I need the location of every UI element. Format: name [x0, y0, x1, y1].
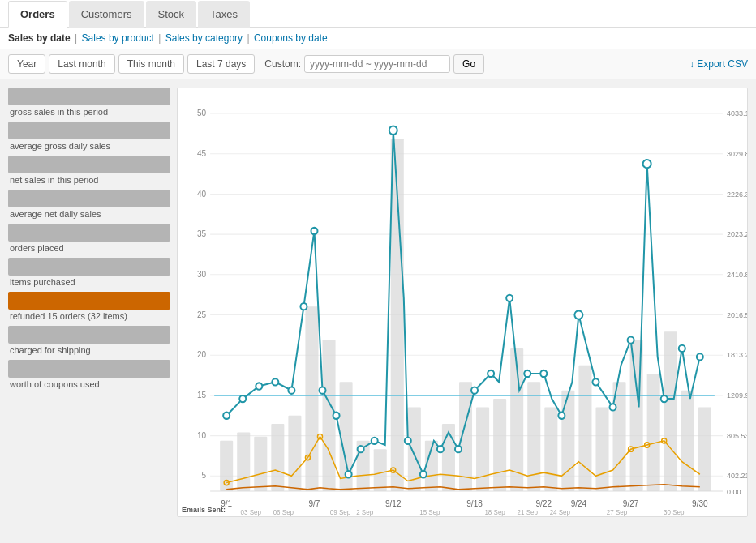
sidebar-item-shipping: charged for shipping: [8, 326, 170, 358]
svg-rect-42: [374, 449, 387, 491]
svg-point-90: [524, 370, 530, 377]
svg-text:5: 5: [202, 471, 207, 480]
svg-rect-60: [681, 391, 694, 491]
svg-text:06 Sep: 06 Sep: [273, 509, 294, 516]
svg-rect-37: [288, 416, 301, 491]
period-this-month-btn[interactable]: This month: [118, 54, 184, 74]
svg-point-71: [239, 395, 246, 402]
svg-text:50: 50: [197, 109, 206, 118]
svg-text:2016.57: 2016.57: [727, 311, 747, 319]
period-year-btn[interactable]: Year: [8, 54, 45, 74]
svg-text:2023.20: 2023.20: [727, 230, 747, 238]
sidebar-label-net-sales: net sales in this period: [8, 175, 170, 188]
svg-text:10: 10: [197, 431, 206, 440]
svg-text:9/27: 9/27: [623, 498, 639, 507]
top-nav: Orders Customers Stock Taxes: [0, 0, 756, 28]
sidebar-bar-items: [8, 258, 170, 276]
svg-point-98: [661, 395, 668, 402]
svg-point-86: [455, 446, 462, 452]
sidebar-label-shipping: charged for shipping: [8, 345, 170, 358]
svg-rect-48: [476, 407, 489, 491]
svg-point-73: [272, 378, 278, 385]
sidebar-item-orders: orders placed: [8, 224, 170, 256]
sublink-coupons-by-date[interactable]: Coupons by date: [254, 32, 328, 44]
svg-point-95: [610, 404, 616, 410]
sidebar-bar-shipping: [8, 326, 170, 344]
svg-point-81: [372, 438, 378, 444]
svg-text:30 Sep: 30 Sep: [664, 509, 685, 516]
svg-text:24 Sep: 24 Sep: [550, 509, 571, 516]
svg-point-72: [256, 383, 262, 389]
sidebar-item-avg-gross: average gross daily sales: [8, 122, 170, 154]
period-last-month-btn[interactable]: Last month: [49, 54, 114, 74]
svg-point-70: [223, 413, 230, 419]
svg-text:3029.83: 3029.83: [727, 150, 747, 158]
svg-text:2 Sep: 2 Sep: [356, 509, 373, 516]
svg-point-75: [300, 303, 307, 310]
svg-text:9/12: 9/12: [385, 498, 402, 507]
svg-text:2410.88: 2410.88: [727, 271, 747, 279]
svg-text:30: 30: [197, 270, 206, 279]
sub-links: Sales by date | Sales by product | Sales…: [0, 28, 756, 49]
sidebar-label-items: items purchased: [8, 277, 170, 290]
svg-text:09 Sep: 09 Sep: [330, 509, 351, 516]
svg-point-80: [358, 446, 364, 452]
svg-point-74: [288, 387, 294, 394]
svg-text:1813.26: 1813.26: [727, 351, 747, 359]
svg-point-77: [319, 387, 325, 394]
svg-text:9/22: 9/22: [536, 498, 552, 507]
sublink-sales-by-category[interactable]: Sales by category: [165, 32, 243, 44]
svg-point-88: [488, 370, 494, 377]
sidebar-label-orders: orders placed: [8, 243, 170, 256]
svg-rect-49: [493, 399, 506, 491]
sublink-sales-by-date[interactable]: Sales by date: [8, 32, 71, 44]
svg-text:27 Sep: 27 Sep: [607, 509, 628, 516]
svg-rect-58: [647, 374, 660, 491]
svg-point-76: [311, 228, 317, 234]
svg-text:805.53: 805.53: [727, 432, 747, 440]
svg-rect-52: [544, 407, 557, 491]
svg-text:03 Sep: 03 Sep: [241, 509, 262, 516]
svg-rect-33: [220, 441, 233, 491]
tab-taxes[interactable]: Taxes: [198, 1, 250, 28]
toolbar: Year Last month This month Last 7 days C…: [0, 49, 756, 79]
sidebar-label-refunded: refunded 15 orders (32 items): [8, 311, 170, 324]
tab-stock[interactable]: Stock: [146, 1, 197, 28]
sidebar-item-gross-sales: gross sales in this period: [8, 88, 170, 120]
tab-orders[interactable]: Orders: [8, 1, 67, 28]
svg-rect-54: [578, 366, 591, 491]
sidebar-label-gross-sales: gross sales in this period: [8, 107, 170, 120]
svg-rect-53: [561, 391, 574, 491]
svg-text:15 Sep: 15 Sep: [419, 509, 440, 516]
main-chart-svg: 50 45 40 35 30 25 20 15 10 5 4033.14 302…: [178, 88, 747, 516]
custom-date-input[interactable]: [304, 55, 450, 73]
period-last7-btn[interactable]: Last 7 days: [187, 54, 255, 74]
svg-point-78: [333, 413, 340, 419]
svg-text:402.21: 402.21: [727, 472, 747, 480]
sidebar-item-refunded: refunded 15 orders (32 items): [8, 292, 170, 324]
svg-rect-38: [305, 306, 318, 491]
svg-point-97: [643, 160, 651, 168]
svg-point-94: [592, 378, 599, 385]
svg-text:35: 35: [197, 229, 206, 238]
svg-point-91: [540, 370, 547, 377]
sidebar-bar-avg-net: [8, 190, 170, 207]
go-button[interactable]: Go: [453, 54, 484, 74]
sidebar-bar-coupons: [8, 360, 170, 378]
sidebar-bar-refunded: [8, 292, 170, 310]
svg-text:9/24: 9/24: [571, 498, 587, 507]
svg-text:2226.31: 2226.31: [727, 190, 747, 198]
svg-rect-34: [237, 432, 250, 490]
sublink-sales-by-product[interactable]: Sales by product: [82, 32, 154, 44]
svg-rect-36: [271, 424, 284, 491]
svg-point-83: [405, 438, 411, 444]
export-csv-link[interactable]: ↓ Export CSV: [689, 58, 748, 70]
svg-point-93: [574, 310, 582, 319]
svg-text:18 Sep: 18 Sep: [484, 509, 505, 516]
custom-label: Custom:: [264, 58, 301, 70]
sidebar-label-coupons: worth of coupons used: [8, 379, 170, 392]
tab-customers[interactable]: Customers: [69, 1, 144, 28]
svg-point-82: [389, 126, 397, 135]
sidebar-bar-gross-sales: [8, 88, 170, 105]
svg-point-89: [506, 295, 513, 301]
